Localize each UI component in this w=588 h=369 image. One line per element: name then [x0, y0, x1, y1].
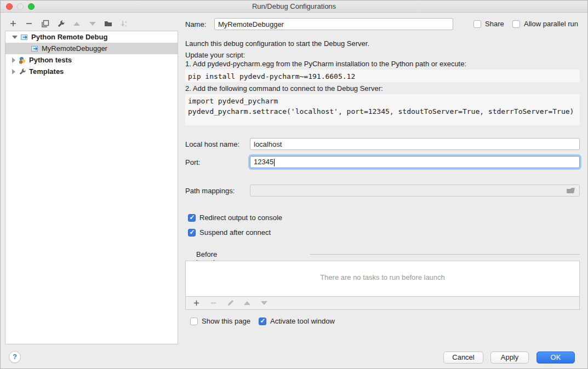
add-configuration-button[interactable]	[8, 19, 18, 28]
remote-debug-config-icon	[31, 44, 39, 53]
apply-button[interactable]: Apply	[490, 351, 529, 364]
allow-parallel-run-checkbox-row[interactable]: Allow parallel run	[512, 20, 578, 28]
configurations-tree: Python Remote Debug MyRemoteDebugger Pyt…	[5, 31, 178, 344]
name-label: Name:	[185, 20, 206, 28]
allow-parallel-run-label: Allow parallel run	[524, 20, 578, 28]
tree-item-templates[interactable]: Templates	[5, 66, 178, 77]
activate-tool-window-checkbox[interactable]	[259, 318, 266, 325]
before-launch-toolbar	[185, 297, 580, 310]
run-debug-configurations-dialog: Run/Debug Configurations az	[0, 0, 588, 369]
tree-item-label: Templates	[29, 67, 64, 76]
chevron-down-icon[interactable]	[12, 36, 18, 39]
pip-install-code: pip install pydevd-pycharm~=191.6605.12	[185, 70, 580, 82]
name-input[interactable]	[214, 18, 453, 30]
suspend-after-connect-checkbox[interactable]	[188, 229, 196, 237]
step1-text: 1. Add pydevd-pycharm.egg from the PyCha…	[185, 60, 466, 68]
tree-item-label: MyRemoteDebugger	[42, 44, 107, 53]
tree-item-myremotedebugger[interactable]: MyRemoteDebugger	[5, 43, 178, 54]
tree-item-label: Python tests	[29, 56, 72, 64]
port-value: 12345	[254, 158, 273, 166]
settrace-code-line2: pydevd_pycharm.settrace('localhost', por…	[188, 106, 577, 117]
help-button[interactable]: ?	[9, 351, 21, 363]
show-this-page-checkbox[interactable]	[190, 318, 198, 325]
title-bar: Run/Debug Configurations	[1, 1, 587, 13]
section-divider	[310, 254, 580, 255]
redirect-output-label: Redirect output to console	[199, 214, 282, 222]
settrace-code-line1: import pydevd_pycharm	[188, 96, 577, 106]
intro-text: Launch this debug configuration to start…	[185, 39, 369, 48]
show-this-page-row[interactable]: Show this page	[190, 317, 250, 325]
redirect-output-checkbox[interactable]	[188, 214, 196, 222]
copy-configuration-icon[interactable]	[40, 19, 50, 28]
svg-text:a: a	[125, 20, 127, 24]
svg-text:z: z	[125, 24, 127, 27]
move-up-icon	[72, 19, 82, 28]
move-down-icon	[88, 19, 98, 28]
sort-alphabetically-icon: az	[119, 19, 129, 28]
move-task-down-icon	[259, 298, 269, 308]
port-input[interactable]: 12345	[250, 156, 580, 168]
path-mappings-input[interactable]	[250, 184, 580, 197]
edit-task-pencil-icon	[225, 298, 235, 308]
allow-parallel-run-checkbox[interactable]	[512, 20, 520, 28]
remove-configuration-button[interactable]	[24, 19, 34, 28]
text-caret	[274, 159, 275, 166]
add-task-button[interactable]	[191, 298, 201, 308]
port-label: Port:	[185, 158, 200, 166]
configurations-toolbar: az	[8, 17, 129, 30]
activate-tool-window-row[interactable]: Activate tool window	[259, 317, 335, 325]
share-label: Share	[485, 20, 504, 28]
chevron-right-icon[interactable]	[12, 57, 15, 63]
tree-item-label: Python Remote Debug	[31, 33, 107, 41]
share-checkbox-row[interactable]: Share	[473, 20, 504, 28]
move-task-up-icon	[242, 298, 252, 308]
show-this-page-label: Show this page	[202, 317, 250, 325]
local-host-label: Local host name:	[185, 140, 239, 148]
redirect-output-row[interactable]: Redirect output to console	[188, 214, 282, 222]
ok-button[interactable]: OK	[536, 351, 575, 364]
window-title: Run/Debug Configurations	[1, 2, 587, 10]
suspend-after-connect-row[interactable]: Suspend after connect	[188, 228, 271, 237]
remote-debug-config-icon	[20, 33, 29, 42]
settrace-code: import pydevd_pycharm pydevd_pycharm.set…	[185, 94, 580, 125]
tree-item-python-remote-debug[interactable]: Python Remote Debug	[5, 31, 178, 43]
browse-folder-icon[interactable]	[567, 187, 576, 194]
tree-item-python-tests[interactable]: Python tests	[5, 54, 178, 66]
python-tests-icon	[18, 56, 27, 65]
empty-tasks-message: There are no tasks to run before launch	[186, 273, 579, 281]
chevron-right-icon[interactable]	[12, 69, 15, 74]
update-script-text: Update your script:	[185, 51, 245, 59]
templates-wrench-icon	[18, 67, 27, 76]
local-host-input[interactable]	[250, 138, 580, 150]
before-launch-tasks-list[interactable]: There are no tasks to run before launch	[185, 261, 580, 297]
remove-task-icon	[208, 298, 218, 308]
share-checkbox[interactable]	[473, 20, 481, 28]
step2-text: 2. Add the following command to connect …	[185, 84, 383, 93]
edit-defaults-wrench-icon[interactable]	[56, 19, 66, 28]
new-folder-icon[interactable]	[104, 19, 113, 28]
suspend-after-connect-label: Suspend after connect	[199, 228, 271, 237]
activate-tool-window-label: Activate tool window	[270, 317, 335, 325]
cancel-button[interactable]: Cancel	[443, 351, 483, 364]
path-mappings-label: Path mappings:	[185, 187, 235, 195]
